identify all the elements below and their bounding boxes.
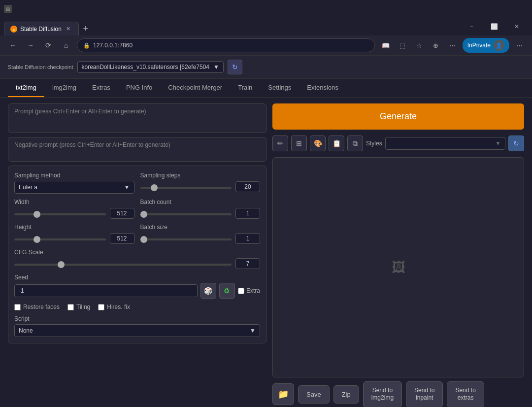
seed-recycle-button[interactable]: ♻ <box>219 283 235 299</box>
clipboard-icon-button[interactable]: 📋 <box>329 136 344 151</box>
recycle-icon: ♻ <box>224 287 230 295</box>
extra-checkbox[interactable] <box>238 288 244 294</box>
styles-dropdown[interactable]: ▼ <box>385 137 505 150</box>
zip-button[interactable]: Zip <box>333 385 359 404</box>
address-bar[interactable]: 🔒 127.0.0.1:7860 <box>77 38 375 52</box>
tab-img2img[interactable]: img2img <box>44 79 84 97</box>
folder-icon: 📁 <box>278 389 289 400</box>
height-slider[interactable] <box>14 238 106 240</box>
height-group: Height 512 <box>14 224 134 244</box>
width-label: Width <box>14 199 134 205</box>
lock-icon: 🔒 <box>83 42 90 49</box>
close-button[interactable]: ✕ <box>505 18 528 35</box>
checkpoint-select[interactable]: koreanDollLikeness_v10.safetensors [62ef… <box>77 61 224 73</box>
tiling-checkbox[interactable] <box>67 304 74 310</box>
restore-faces-checkbox-group[interactable]: Restore faces <box>14 304 60 310</box>
script-select[interactable]: None ▼ <box>14 324 260 337</box>
batch-size-slider[interactable] <box>140 238 232 240</box>
batch-count-label: Batch count <box>140 199 261 205</box>
prompt-placeholder: Prompt (press Ctrl+Enter or Alt+Enter to… <box>14 108 146 115</box>
cfg-scale-group: CFG Scale 7 <box>14 249 260 269</box>
tab-close-button[interactable]: ✕ <box>65 25 72 33</box>
chevron-down-icon: ▼ <box>124 184 130 191</box>
seed-label: Seed <box>14 274 260 281</box>
tab-checkpoint-merger[interactable]: Checkpoint Merger <box>160 79 230 97</box>
tab-extras[interactable]: Extras <box>84 79 118 97</box>
cfg-scale-slider[interactable] <box>14 264 232 266</box>
back-button[interactable]: ← <box>6 38 20 52</box>
checkpoint-bar: Stable Diffusion checkpoint koreanDollLi… <box>0 56 532 79</box>
styles-label: Styles <box>366 140 382 147</box>
seed-input[interactable] <box>14 284 198 297</box>
sampling-steps-slider[interactable] <box>140 187 232 189</box>
seed-dice-button[interactable]: 🎲 <box>200 283 216 299</box>
refresh-button[interactable]: ⟳ <box>41 38 55 52</box>
tab-extensions[interactable]: Extensions <box>299 79 346 97</box>
hires-fix-checkbox-group[interactable]: Hires. fix <box>98 304 130 310</box>
extra-label: Extra <box>246 287 260 294</box>
home-button[interactable]: ⌂ <box>59 38 73 52</box>
app-icon: ⊞ <box>4 5 12 13</box>
width-value[interactable]: 512 <box>110 208 134 219</box>
batch-size-group: Batch size 1 <box>140 224 261 244</box>
negative-prompt-input[interactable]: Negative prompt (press Ctrl+Enter or Alt… <box>8 137 266 162</box>
minimize-button[interactable]: − <box>460 18 483 35</box>
right-panel: Generate ✏ ⊞ 🎨 📋 ⧉ Style <box>272 103 524 407</box>
pencil-icon: ✏ <box>277 139 283 147</box>
chevron-down-icon: ▼ <box>495 140 501 147</box>
batch-size-value[interactable]: 1 <box>235 233 260 244</box>
more-button[interactable]: ⋯ <box>512 38 526 52</box>
tiling-label: Tiling <box>76 304 90 310</box>
collections-button[interactable]: ⊕ <box>429 38 443 52</box>
brush-icon: 🎨 <box>314 139 322 147</box>
tab-settings[interactable]: Settings <box>260 79 299 97</box>
hires-fix-label: Hires. fix <box>107 304 130 310</box>
history-button[interactable]: ⋯ <box>446 38 460 52</box>
send-to-inpaint-button[interactable]: Send to inpaint <box>406 381 443 407</box>
cfg-scale-value[interactable]: 7 <box>235 258 260 269</box>
tab-png-info[interactable]: PNG Info <box>118 79 160 97</box>
open-folder-button[interactable]: 📁 <box>272 383 294 405</box>
checkpoint-refresh-button[interactable]: ↻ <box>228 60 242 74</box>
batch-count-value[interactable]: 1 <box>235 208 260 219</box>
maximize-button[interactable]: ⬜ <box>483 18 505 35</box>
pencil-icon-button[interactable]: ✏ <box>272 136 288 151</box>
brush-icon-button[interactable]: 🎨 <box>310 136 326 151</box>
chevron-down-icon: ▼ <box>213 64 219 70</box>
tab-train[interactable]: Train <box>230 79 260 97</box>
sampling-steps-group: Sampling steps 20 <box>140 172 261 194</box>
send-to-extras-button[interactable]: Send to extras <box>447 381 484 407</box>
batch-size-label: Batch size <box>140 224 261 231</box>
browser-tab[interactable]: 🔥 Stable Diffusion ✕ <box>4 22 79 35</box>
controls-panel: Sampling method Euler a ▼ Sampling steps <box>8 166 266 343</box>
new-tab-button[interactable]: + <box>79 22 93 35</box>
tab-search-button[interactable]: ⬚ <box>396 38 409 52</box>
options-checkboxes: Restore faces Tiling Hires. fix <box>14 304 260 310</box>
checkpoint-label: Stable Diffusion checkpoint <box>8 64 73 70</box>
favorites-button[interactable]: ☆ <box>412 38 426 52</box>
tiling-checkbox-group[interactable]: Tiling <box>67 304 90 310</box>
inprivate-label: InPrivate <box>467 42 491 49</box>
layers-icon-button[interactable]: ⧉ <box>347 136 363 151</box>
sampling-steps-value[interactable]: 20 <box>235 181 260 192</box>
tab-txt2img[interactable]: txt2img <box>8 79 44 97</box>
grid-icon-button[interactable]: ⊞ <box>291 136 307 151</box>
image-preview: 🖼 <box>272 157 524 377</box>
width-slider[interactable] <box>14 213 106 215</box>
send-to-img2img-button[interactable]: Send to img2img <box>363 381 402 407</box>
forward-button[interactable]: → <box>24 38 37 52</box>
generate-button[interactable]: Generate <box>272 103 524 130</box>
prompt-input[interactable]: Prompt (press Ctrl+Enter or Alt+Enter to… <box>8 103 266 133</box>
hires-fix-checkbox[interactable] <box>98 304 104 310</box>
height-value[interactable]: 512 <box>110 233 134 244</box>
tab-favicon: 🔥 <box>10 26 17 33</box>
inprivate-button[interactable]: InPrivate 👤 <box>463 38 509 53</box>
clipboard-icon: 📋 <box>332 139 341 147</box>
restore-faces-checkbox[interactable] <box>14 304 21 310</box>
styles-apply-button[interactable]: ↻ <box>508 136 524 151</box>
reading-view-button[interactable]: 📖 <box>379 38 393 52</box>
batch-count-slider[interactable] <box>140 213 232 215</box>
save-button[interactable]: Save <box>298 385 330 404</box>
width-group: Width 512 <box>14 199 134 219</box>
sampling-method-select[interactable]: Euler a ▼ <box>14 181 134 194</box>
